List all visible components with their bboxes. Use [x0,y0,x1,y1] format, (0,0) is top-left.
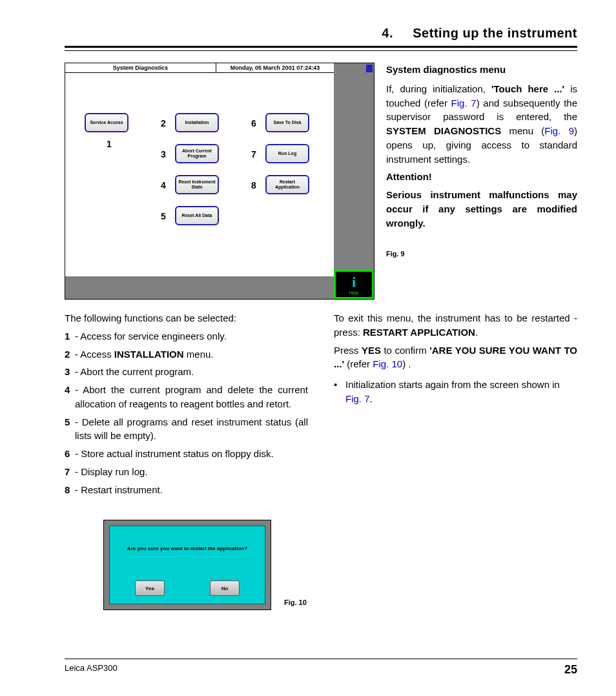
label-6: 6 [251,118,256,128]
attention-label: Attention! [386,171,432,182]
function-item-4: 4 - Abort the current program and delete… [65,383,308,411]
figure-10-caption: Fig. 10 [284,599,307,610]
figure-9-caption: Fig. 9 [386,249,577,260]
product-name: Leica ASP300 [65,663,118,677]
functions-intro: The following functions can be selected: [65,311,308,325]
window-datetime: Monday, 05 March 2001 07:24:43 [216,63,334,72]
function-item-8: 8 - Restart instrument. [65,483,308,497]
figure-10-screenshot: Are you sure you want to restart the app… [103,520,271,610]
dialog-message: Are you sure you want to restart the app… [127,546,247,551]
side-heading: System diagnostics menu [386,63,577,77]
function-item-1: 1 - Access for service engineers only. [65,329,308,343]
header-rule [65,50,577,51]
help-label: Help [349,291,358,295]
section-header: 4. Setting up the instrument [65,26,577,48]
label-1: 1 [107,139,112,149]
window-title-bar: System Diagnostics Monday, 05 March 2001… [65,63,334,73]
figure-9-screenshot: System Diagnostics Monday, 05 March 2001… [65,63,375,300]
info-icon: i [352,274,356,291]
save-to-disk-button[interactable]: Save To Disk [265,113,309,132]
label-8: 8 [251,180,256,190]
side-paragraph-1: If, during initialization, 'Touch here .… [386,82,577,167]
function-item-3: 3 - Abort the current program. [65,365,308,379]
label-5: 5 [161,211,166,221]
page-footer: Leica ASP300 25 [65,659,577,677]
section-title: Setting up the instrument [413,26,577,40]
section-number: 4. [382,26,393,40]
exit-paragraph: To exit this menu, the instrument has to… [334,311,577,340]
label-2: 2 [161,118,166,128]
run-log-button[interactable]: Run Log [265,144,309,163]
installation-button[interactable]: Installation [175,113,219,132]
function-item-2: 2 - Access INSTALLATION menu. [65,347,308,362]
help-button[interactable]: i Help [334,270,374,299]
fig-7-ref-2: Fig. 7 [345,393,370,404]
reset-all-data-button[interactable]: Reset All Data [175,206,219,225]
status-indicator-icon [366,65,373,72]
reset-instrument-state-button[interactable]: Reset Instrument State [175,175,219,194]
init-bullet: • Initialization starts again from the s… [334,378,577,406]
function-item-5: 5 - Delete all programs and reset instru… [65,415,308,444]
function-item-7: 7 - Display run log. [65,465,308,479]
service-access-button[interactable]: Service Access [85,113,128,132]
fig-7-ref: Fig. 7 [451,97,477,108]
fig-10-ref: Fig. 10 [373,358,402,369]
fig-9-ref: Fig. 9 [544,125,574,136]
window-title: System Diagnostics [65,63,216,72]
restart-application-button[interactable]: Restart Application [265,175,309,194]
label-7: 7 [251,149,256,159]
label-4: 4 [161,180,166,190]
page-number: 25 [564,663,577,677]
abort-current-program-button[interactable]: Abort Current Program [175,144,219,163]
yes-button[interactable]: Yes [135,580,165,596]
no-button[interactable]: No [210,580,240,596]
function-item-6: 6 - Store actual instrument status on fl… [65,447,308,461]
confirm-paragraph: Press YES to confirm 'ARE YOU SURE YOU W… [334,343,577,372]
label-3: 3 [161,149,166,159]
warning-text: Serious instrument malfunctions may occu… [386,189,577,229]
